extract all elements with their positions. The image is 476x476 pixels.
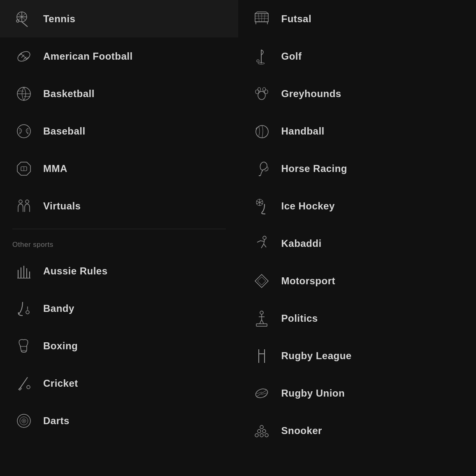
politics-label: Politics xyxy=(281,313,318,324)
sport-item-rugby-league[interactable]: Rugby League xyxy=(238,337,476,374)
bandy-label: Bandy xyxy=(43,303,74,314)
svg-point-73 xyxy=(263,236,266,239)
sport-item-greyhounds[interactable]: Greyhounds xyxy=(238,75,476,112)
svg-point-45 xyxy=(22,419,26,423)
svg-point-64 xyxy=(265,90,268,94)
svg-line-18 xyxy=(19,132,21,133)
handball-icon xyxy=(251,120,273,142)
sport-item-kabaddi[interactable]: Kabaddi xyxy=(238,225,476,262)
rugby-league-icon xyxy=(251,344,273,367)
svg-point-65 xyxy=(258,87,261,91)
svg-point-61 xyxy=(257,60,259,62)
sport-item-politics[interactable]: Politics xyxy=(238,300,476,337)
motorsport-icon xyxy=(251,269,273,292)
kabaddi-icon xyxy=(251,232,273,255)
snooker-label: Snooker xyxy=(281,425,322,437)
svg-line-52 xyxy=(258,14,259,22)
svg-point-89 xyxy=(265,434,268,437)
svg-point-76 xyxy=(260,311,263,314)
sport-item-american-football[interactable]: American Football xyxy=(0,37,238,75)
sport-item-golf[interactable]: Golf xyxy=(238,37,476,75)
virtuals-icon xyxy=(12,195,35,217)
virtuals-label: Virtuals xyxy=(43,200,81,212)
horse-racing-icon xyxy=(251,157,273,180)
svg-line-8 xyxy=(21,53,27,59)
section-divider xyxy=(12,229,226,229)
left-column: Tennis American Football xyxy=(0,0,238,449)
sport-item-boxing[interactable]: Boxing xyxy=(0,327,238,365)
sport-item-basketball[interactable]: Basketball xyxy=(0,75,238,112)
svg-point-88 xyxy=(260,434,263,437)
golf-icon xyxy=(251,45,273,67)
boxing-icon xyxy=(12,334,35,357)
mma-label: MMA xyxy=(43,163,67,174)
sport-item-handball[interactable]: Handball xyxy=(238,112,476,150)
sport-item-futsal[interactable]: Futsal xyxy=(238,0,476,37)
greyhounds-icon xyxy=(251,82,273,105)
tennis-icon xyxy=(12,7,35,30)
sport-item-darts[interactable]: Darts xyxy=(0,402,238,439)
ice-hockey-icon xyxy=(251,195,273,217)
sport-item-horse-racing[interactable]: Horse Racing xyxy=(238,150,476,187)
svg-point-42 xyxy=(27,385,30,389)
svg-point-66 xyxy=(263,87,266,91)
svg-line-77 xyxy=(260,320,262,324)
sport-item-virtuals[interactable]: Virtuals xyxy=(0,187,238,225)
darts-icon xyxy=(12,409,35,432)
right-column: Futsal Golf xyxy=(238,0,476,449)
sport-item-mma[interactable]: MMA xyxy=(0,150,238,187)
boxing-label: Boxing xyxy=(43,340,78,352)
futsal-label: Futsal xyxy=(281,13,312,25)
snooker-icon xyxy=(251,419,273,442)
svg-point-46 xyxy=(23,420,25,422)
aussie-rules-icon xyxy=(12,260,35,282)
american-football-label: American Football xyxy=(43,51,133,62)
svg-marker-75 xyxy=(258,277,266,285)
golf-label: Golf xyxy=(281,51,302,62)
greyhounds-label: Greyhounds xyxy=(281,88,341,100)
basketball-icon xyxy=(12,82,35,105)
rugby-union-icon xyxy=(251,382,273,404)
baseball-icon xyxy=(12,120,35,142)
svg-point-67 xyxy=(256,125,268,138)
svg-marker-74 xyxy=(255,274,268,288)
sport-item-bandy[interactable]: Bandy xyxy=(0,290,238,327)
motorsport-label: Motorsport xyxy=(281,275,335,287)
svg-point-37 xyxy=(26,311,29,314)
sport-item-baseball[interactable]: Baseball xyxy=(0,112,238,150)
bandy-icon xyxy=(12,297,35,320)
politics-icon xyxy=(251,307,273,330)
aussie-rules-label: Aussie Rules xyxy=(43,265,108,277)
svg-point-15 xyxy=(17,125,30,138)
svg-point-44 xyxy=(20,417,28,425)
svg-point-87 xyxy=(255,434,258,437)
sport-item-cricket[interactable]: Cricket xyxy=(0,365,238,402)
sport-item-rugby-union[interactable]: Rugby Union xyxy=(238,374,476,412)
american-football-icon xyxy=(12,45,35,67)
svg-rect-79 xyxy=(256,324,267,326)
tennis-label: Tennis xyxy=(43,13,75,25)
svg-line-21 xyxy=(27,132,28,133)
svg-line-54 xyxy=(264,14,265,22)
darts-label: Darts xyxy=(43,415,70,427)
cricket-icon xyxy=(12,372,35,395)
futsal-icon xyxy=(251,7,273,30)
sport-item-tennis[interactable]: Tennis xyxy=(0,0,238,37)
svg-point-43 xyxy=(17,414,30,427)
sport-item-aussie-rules[interactable]: Aussie Rules xyxy=(0,252,238,290)
svg-point-84 xyxy=(260,425,263,429)
svg-point-28 xyxy=(26,200,29,203)
svg-point-25 xyxy=(19,200,22,203)
sport-item-snooker[interactable]: Snooker xyxy=(238,412,476,449)
mma-icon xyxy=(12,157,35,180)
svg-point-85 xyxy=(258,430,261,433)
sport-item-motorsport[interactable]: Motorsport xyxy=(238,262,476,300)
sport-item-ice-hockey[interactable]: Ice Hockey xyxy=(238,187,476,225)
handball-label: Handball xyxy=(281,125,325,137)
sports-menu: Tennis American Football xyxy=(0,0,476,449)
baseball-label: Baseball xyxy=(43,125,86,137)
other-sports-header: Other sports xyxy=(0,233,238,252)
horse-racing-label: Horse Racing xyxy=(281,163,347,174)
svg-point-63 xyxy=(255,90,259,94)
svg-rect-41 xyxy=(19,388,21,390)
